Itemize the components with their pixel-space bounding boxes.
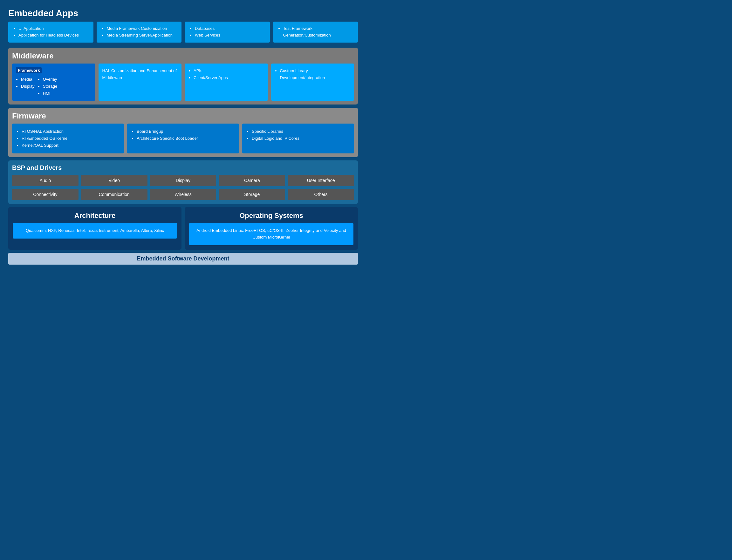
app-item-6: Web Services — [195, 32, 265, 39]
app-box-db: Databases Web Services — [185, 22, 270, 43]
embedded-apps-title: Embedded Apps — [8, 8, 358, 18]
firmware-section: Firmware RTOS/HAL Abstraction RT/Embedde… — [8, 108, 358, 157]
fw-board-item2: Architecture Specific Boot Loader — [137, 135, 234, 142]
mw-apis-item1: APIs — [193, 67, 264, 74]
mw-box-custom: Custom Library Development/Integration — [271, 64, 354, 101]
fw-col1-item1: Media — [21, 76, 35, 83]
fw-board-item1: Board Bringup — [137, 128, 234, 135]
firmware-row: RTOS/HAL Abstraction RT/Embedded OS Kern… — [12, 124, 354, 153]
bsp-connectivity: Connectivity — [12, 189, 78, 200]
os-content: Android Embedded Linux. FreeRTOS, uC/OS-… — [189, 223, 353, 245]
arch-os-row: Architecture Qualcomm, NXP, Renesas, Int… — [8, 207, 358, 250]
fw-box-rtos: RTOS/HAL Abstraction RT/Embedded OS Kern… — [12, 124, 124, 153]
framework-col-2: Overlay Storage HMI — [38, 76, 58, 97]
firmware-title: Firmware — [12, 111, 354, 120]
bsp-camera: Camera — [219, 175, 285, 186]
bsp-others: Others — [288, 189, 354, 200]
mw-custom-item1: Custom Library Development/Integration — [280, 67, 350, 81]
fw-col2-item3: HMI — [43, 90, 58, 97]
mw-box-hal: HAL Customization and Enhancement of Mid… — [98, 64, 182, 101]
bsp-section: BSP and Drivers Audio Video Display Came… — [8, 160, 358, 204]
fw-box-board: Board Bringup Architecture Specific Boot… — [127, 124, 239, 153]
app-box-media: Media Framework Customization Media Stre… — [97, 22, 182, 43]
footer-text: Embedded Software Development — [8, 253, 358, 265]
fw-col2-item2: Storage — [43, 83, 58, 90]
framework-box: Framework Media Display Overlay Storage … — [12, 64, 95, 101]
bsp-title: BSP and Drivers — [12, 164, 354, 172]
bsp-wireless: Wireless — [150, 189, 216, 200]
fw-box-specific: Specific Libraries Digital Logic and IP … — [242, 124, 354, 153]
mw-box-apis: APIs Client/Server Apps — [185, 64, 268, 101]
middleware-row: Framework Media Display Overlay Storage … — [12, 64, 354, 101]
framework-cols: Media Display Overlay Storage HMI — [16, 76, 91, 97]
mw-hal-text: HAL Customization and Enhancement of Mid… — [102, 68, 177, 80]
middleware-section: Middleware Framework Media Display Overl… — [8, 48, 358, 105]
middleware-title: Middleware — [12, 51, 354, 60]
app-box-ui: UI Application Application for Headless … — [8, 22, 93, 43]
architecture-section: Architecture Qualcomm, NXP, Renesas, Int… — [8, 207, 181, 250]
app-item-4: Media Streaming Server/Application — [107, 32, 177, 39]
os-title: Operating Systems — [189, 212, 353, 220]
fw-specific-item1: Specific Libraries — [252, 128, 349, 135]
bsp-storage: Storage — [219, 189, 285, 200]
app-item-7: Test Framework Generation/Customization — [283, 25, 353, 39]
bsp-grid: Audio Video Display Camera User Interfac… — [12, 175, 354, 200]
architecture-title: Architecture — [13, 212, 177, 220]
architecture-content: Qualcomm, NXP, Renesas, Intel, Texas Ins… — [13, 223, 177, 239]
framework-col-1: Media Display — [16, 76, 35, 97]
app-item-3: Media Framework Customization — [107, 25, 177, 32]
fw-rtos-item2: RT/Embedded OS Kernel — [22, 135, 119, 142]
fw-col2-item1: Overlay — [43, 76, 58, 83]
bsp-audio: Audio — [12, 175, 78, 186]
fw-rtos-item3: Kernel/OAL Support — [22, 142, 119, 149]
app-box-test: Test Framework Generation/Customization — [273, 22, 358, 43]
app-item-2: Application for Headless Devices — [18, 32, 88, 39]
bsp-display: Display — [150, 175, 216, 186]
main-wrapper: Embedded Apps UI Application Application… — [5, 5, 361, 268]
bsp-user-interface: User Interface — [288, 175, 354, 186]
fw-rtos-item1: RTOS/HAL Abstraction — [22, 128, 119, 135]
fw-specific-item2: Digital Logic and IP Cores — [252, 135, 349, 142]
bsp-video: Video — [81, 175, 147, 186]
app-item-5: Databases — [195, 25, 265, 32]
apps-row: UI Application Application for Headless … — [8, 22, 358, 43]
fw-col1-item2: Display — [21, 83, 35, 90]
framework-label: Framework — [16, 67, 42, 73]
app-item-1: UI Application — [18, 25, 88, 32]
mw-apis-item2: Client/Server Apps — [193, 74, 264, 81]
bsp-communication: Communication — [81, 189, 147, 200]
os-section: Operating Systems Android Embedded Linux… — [185, 207, 358, 250]
